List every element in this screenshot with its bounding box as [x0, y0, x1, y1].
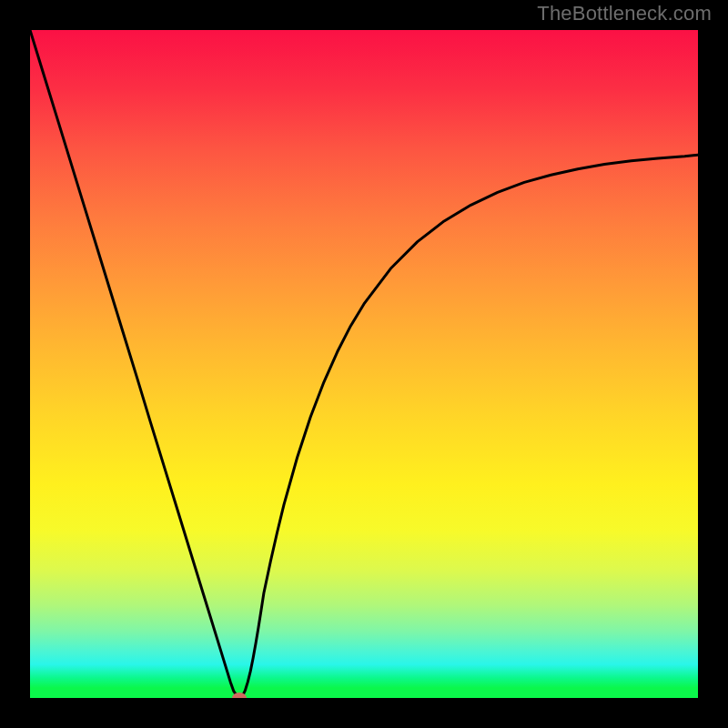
bottleneck-curve — [30, 30, 698, 698]
minimum-marker — [232, 693, 247, 698]
plot-area — [30, 30, 698, 698]
watermark-text: TheBottleneck.com — [537, 2, 712, 25]
chart-frame: TheBottleneck.com — [0, 0, 728, 728]
